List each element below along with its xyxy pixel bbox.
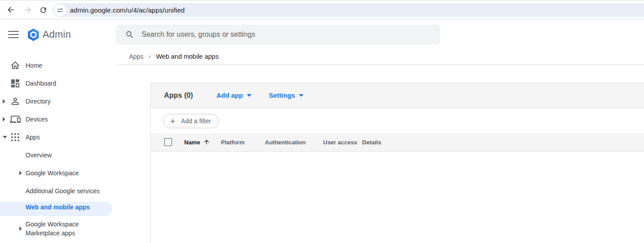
settings-button[interactable]: Settings bbox=[269, 83, 303, 108]
search-input[interactable] bbox=[142, 30, 411, 39]
site-settings-badge[interactable] bbox=[54, 4, 66, 16]
chevron-expand-icon[interactable] bbox=[3, 117, 5, 122]
sidebar-item-devices[interactable]: Devices bbox=[0, 110, 112, 128]
sidebar-item-dashboard[interactable]: Dashboard bbox=[0, 74, 112, 92]
sidebar-item-google-workspace[interactable]: Google Workspace bbox=[0, 164, 112, 182]
sidebar-item-web-and-mobile-apps[interactable]: Web and mobile apps bbox=[0, 198, 112, 216]
breadcrumb-divider bbox=[117, 65, 644, 65]
apps-grid-icon bbox=[10, 132, 21, 143]
sidebar-item-label: Google Workspace bbox=[26, 169, 79, 177]
column-header-name[interactable]: Name bbox=[184, 133, 200, 152]
product-name: Admin bbox=[43, 29, 71, 40]
sidebar-item-label: Additional Google services bbox=[26, 187, 100, 195]
column-header-user-access: User access bbox=[323, 133, 357, 152]
column-header-platform: Platform bbox=[221, 133, 245, 152]
sidebar-item-label: Dashboard bbox=[26, 80, 56, 87]
url-text: admin.google.com/u/4/ac/apps/unified bbox=[70, 6, 185, 14]
caret-down-icon bbox=[247, 94, 251, 97]
home-icon bbox=[10, 60, 21, 71]
back-icon[interactable] bbox=[6, 5, 16, 15]
chevron-expand-icon[interactable] bbox=[19, 226, 22, 231]
sidebar-item-overview[interactable]: Overview bbox=[0, 146, 112, 164]
search-bar[interactable] bbox=[116, 25, 440, 44]
sidebar-item-additional-google-services[interactable]: Additional Google services bbox=[0, 182, 112, 200]
sidebar-item-label: Directory bbox=[26, 98, 51, 105]
chevron-expand-icon[interactable] bbox=[19, 171, 22, 175]
apps-table-header: Name Platform Authentication User access… bbox=[151, 133, 644, 152]
menu-icon[interactable] bbox=[8, 31, 19, 39]
search-icon bbox=[125, 30, 134, 39]
sidebar-item-home[interactable]: Home bbox=[0, 56, 112, 74]
forward-icon[interactable] bbox=[23, 5, 33, 15]
add-app-label: Add app bbox=[216, 92, 243, 99]
sidebar-item-label: Devices bbox=[26, 116, 48, 123]
breadcrumb-current: Web and mobile apps bbox=[156, 53, 219, 60]
sidebar-item-directory[interactable]: Directory bbox=[0, 92, 112, 110]
sidebar-item-label: Web and mobile apps bbox=[26, 204, 90, 211]
filter-row: Add a filter bbox=[151, 108, 644, 133]
sort-ascending-icon[interactable] bbox=[203, 139, 210, 146]
person-icon bbox=[10, 96, 21, 107]
breadcrumb-separator-icon: › bbox=[149, 53, 151, 60]
sidebar-item-label: Apps bbox=[26, 134, 40, 141]
add-filter-label: Add a filter bbox=[181, 117, 211, 125]
apps-list-panel: Apps (0) Add app Settings Add a filter N… bbox=[150, 82, 644, 243]
chevron-expand-icon[interactable] bbox=[3, 99, 5, 104]
settings-label: Settings bbox=[269, 92, 295, 99]
apps-toolbar: Apps (0) Add app Settings bbox=[151, 83, 644, 108]
sidebar-item-apps[interactable]: Apps bbox=[0, 128, 112, 146]
browser-chrome: admin.google.com/u/4/ac/apps/unified bbox=[0, 0, 644, 19]
dashboard-icon bbox=[10, 78, 21, 89]
breadcrumb-apps-link[interactable]: Apps bbox=[129, 53, 143, 60]
url-bar[interactable]: admin.google.com/u/4/ac/apps/unified bbox=[53, 3, 644, 17]
devices-icon bbox=[10, 114, 21, 125]
admin-logo bbox=[27, 28, 40, 41]
caret-down-icon bbox=[299, 94, 303, 97]
sidebar-item-label: Home bbox=[26, 62, 42, 69]
select-all-checkbox[interactable] bbox=[164, 138, 172, 146]
plus-icon bbox=[169, 117, 177, 125]
apps-count-title: Apps (0) bbox=[164, 83, 193, 108]
sidebar-item-label: Overview bbox=[26, 152, 52, 159]
add-app-button[interactable]: Add app bbox=[216, 83, 251, 108]
breadcrumb: Apps › Web and mobile apps bbox=[129, 52, 219, 61]
reload-icon[interactable] bbox=[38, 5, 48, 15]
tune-icon bbox=[56, 7, 64, 14]
sidebar-item-marketplace-apps[interactable]: Google Workspace Marketplace apps bbox=[0, 218, 112, 239]
sidebar-item-label: Google Workspace Marketplace apps bbox=[26, 220, 93, 238]
chevron-collapse-icon[interactable] bbox=[3, 136, 7, 139]
add-filter-button[interactable]: Add a filter bbox=[163, 114, 219, 128]
column-header-details: Details bbox=[362, 133, 381, 152]
column-header-authentication: Authentication bbox=[265, 133, 306, 152]
